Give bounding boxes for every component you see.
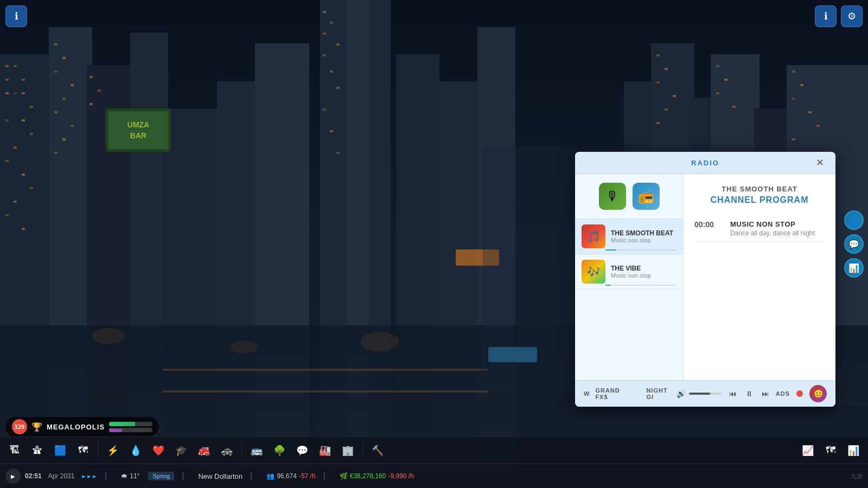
program-time-0: 00:00 <box>694 220 722 229</box>
volume-fill <box>689 393 710 395</box>
city-name-display: New Dollarton <box>198 472 242 480</box>
toolbar-icon-industry[interactable]: 🏭 <box>315 440 335 461</box>
volume-slider[interactable] <box>689 393 722 395</box>
toolbar-icon-buildings[interactable]: 🏢 <box>337 440 358 461</box>
speed-controls[interactable]: ►►► <box>81 473 97 479</box>
buildings-icon: 🏢 <box>342 445 354 457</box>
toolbar-icon-map[interactable]: 🗺 <box>820 440 841 461</box>
sep3: | <box>250 471 252 481</box>
toolbar-icon-health[interactable]: ❤️ <box>148 440 169 461</box>
weather-info: 🌧 11° <box>121 472 139 480</box>
station-list: 🎙 📻 🎵 THE SMOOTH BEAT Music non stop <box>575 174 684 380</box>
transit-icon: 🚌 <box>251 445 263 457</box>
mic-type-button[interactable]: 🎙 <box>599 183 626 210</box>
info-icon: ℹ <box>15 10 18 22</box>
toolbar-icon-zoning[interactable]: 🟦 <box>50 440 71 461</box>
play-button[interactable]: ▶ <box>5 468 21 484</box>
stats-icon-button[interactable]: 📊 <box>844 258 864 278</box>
radio-close-button[interactable]: ✕ <box>814 156 827 169</box>
temperature: 11° <box>130 472 139 480</box>
toolbar-icon-demolish[interactable]: 🔨 <box>367 440 388 461</box>
program-show-0: MUSIC NON STOP <box>730 220 825 228</box>
tourism-icon: 💬 <box>296 445 308 457</box>
help-button[interactable]: ℹ <box>815 5 837 27</box>
audio-prefix: W <box>584 390 590 397</box>
pause-button[interactable]: ⏸ <box>743 388 755 400</box>
toolbar-icon-electricity[interactable]: ⚡ <box>103 440 123 461</box>
program-desc-0: Dance all day, dance all night <box>730 229 825 237</box>
station-name-vibe: THE VIBE <box>611 265 676 272</box>
money-change: -9,990 /h <box>388 472 413 480</box>
map-icon: 🗺 <box>826 445 835 456</box>
radio-body: 🎙 📻 🎵 THE SMOOTH BEAT Music non stop <box>575 174 835 380</box>
toolbar-icon-tourism[interactable]: 💬 <box>292 440 312 461</box>
radio-panel: RADIO ✕ 🎙 📻 🎵 <box>575 152 835 407</box>
station-progress-fill-vibe <box>605 285 611 286</box>
content-layer: ℹ ℹ ⚙ 👤 💬 📊 RADIO ✕ <box>0 0 868 488</box>
sep4: | <box>323 471 326 481</box>
toolbar-icon-stats2[interactable]: 📊 <box>843 440 864 461</box>
population-change: -57 /h <box>299 472 316 480</box>
toolbar-icon-bulldoze[interactable]: 🏗 <box>4 440 25 461</box>
weather-icon: 🌧 <box>121 472 127 480</box>
audio-station-name: GRAND FX$ <box>595 387 627 400</box>
user-icon-button[interactable]: 👤 <box>844 210 864 230</box>
xp-fill-1 <box>109 422 135 426</box>
health-icon: ❤️ <box>152 445 164 457</box>
toolbar-icon-districts[interactable]: 🗺 <box>73 440 93 461</box>
station-thumb-smooth-beat: 🎵 <box>582 224 605 248</box>
settings-button[interactable]: ⚙ <box>841 5 863 27</box>
roads-icon: 🛣 <box>33 445 42 456</box>
toolbar-separator-2 <box>241 442 242 459</box>
audio-separator: | <box>635 389 637 399</box>
main-toolbar: 🏗 🛣 🟦 🗺 ⚡ 💧 ❤️ 🎓 🚒 🚓 🚌 🌳 💬 🏭 🏢 🔨 📈 🗺 📊 <box>0 436 868 464</box>
electricity-icon: ⚡ <box>107 445 119 457</box>
person-icon: 👤 <box>848 215 859 226</box>
toolbar-icon-fire[interactable]: 🚒 <box>194 440 214 461</box>
toolbar-icon-police[interactable]: 🚓 <box>216 440 237 461</box>
station-type-row: 🎙 📻 <box>575 174 683 219</box>
toolbar-icon-education[interactable]: 🎓 <box>171 440 192 461</box>
chat-icon: 💬 <box>848 239 859 249</box>
top-left-info-button[interactable]: ℹ <box>5 5 27 27</box>
population-icon: 👥 <box>266 472 275 480</box>
station-item-vibe[interactable]: 🎶 THE VIBE Music non stop <box>575 254 683 290</box>
logo-watermark: 九游 <box>851 472 868 480</box>
sep2: | <box>182 471 184 481</box>
police-icon: 🚓 <box>221 445 233 457</box>
radio-title: RADIO <box>691 159 719 167</box>
districts-icon: 🗺 <box>78 445 88 456</box>
radio-type-button[interactable]: 📻 <box>633 183 660 210</box>
channel-subtitle: CHANNEL PROGRAM <box>694 195 825 205</box>
ads-label: ADS <box>776 390 790 397</box>
station-thumb-vibe: 🎶 <box>582 260 605 284</box>
transport-controls: ⏮ ⏸ ⏭ ADS 😊 <box>727 385 827 402</box>
toolbar-icon-parks[interactable]: 🌳 <box>269 440 290 461</box>
audio-night-label: NIGHT GI <box>646 387 671 400</box>
toolbar-icon-roads[interactable]: 🛣 <box>27 440 48 461</box>
city-badge: 129 🏆 MEGALOPOLIS <box>5 417 159 436</box>
station-progress-fill-smooth-beat <box>605 249 616 251</box>
ads-dot <box>796 390 803 397</box>
education-icon: 🎓 <box>175 445 187 457</box>
game-time: 02:51 <box>25 472 42 480</box>
toolbar-icon-chart[interactable]: 📈 <box>797 440 818 461</box>
prev-button[interactable]: ⏮ <box>727 388 739 400</box>
population-badge: 129 <box>12 419 27 434</box>
toolbar-icon-water[interactable]: 💧 <box>125 440 146 461</box>
station-item-smooth-beat[interactable]: 🎵 THE SMOOTH BEAT Music non stop <box>575 219 683 254</box>
taskbar: ▶ 02:51 Apr 2031 ►►► | 🌧 11° Spring | Ne… <box>0 464 868 488</box>
chat-icon-button[interactable]: 💬 <box>844 234 864 254</box>
population-count: 96,674 <box>277 472 297 480</box>
toolbar-separator-1 <box>98 442 98 459</box>
station-sub-smooth-beat: Music non stop <box>611 237 676 243</box>
toolbar-icon-transit[interactable]: 🚌 <box>246 440 267 461</box>
audio-bar: W GRAND FX$ | NIGHT GI 🔊 ⏮ ⏸ ⏭ ADS 😊 <box>575 380 835 407</box>
radio-header: RADIO ✕ <box>575 152 835 174</box>
stats2-icon: 📊 <box>847 445 859 457</box>
station-info-vibe: THE VIBE Music non stop <box>611 265 676 279</box>
money-info: 🌿 €38,278,160 -9,990 /h <box>340 472 414 480</box>
season-badge: Spring <box>148 472 174 480</box>
population-info: 👥 96,674 -57 /h <box>266 472 315 480</box>
next-button[interactable]: ⏭ <box>760 388 771 400</box>
